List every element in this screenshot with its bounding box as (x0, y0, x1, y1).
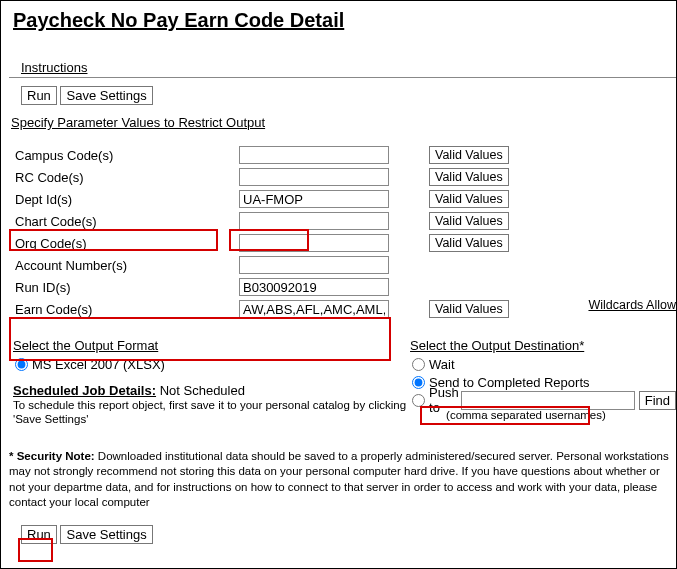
radio-xlsx[interactable] (15, 358, 28, 371)
valid-values-earn[interactable]: Valid Values (429, 300, 509, 318)
radio-push[interactable] (412, 394, 425, 407)
radio-send[interactable] (412, 376, 425, 389)
security-note-bold: * Security Note: (9, 450, 95, 462)
label-earn-code: Earn Code(s) (9, 302, 239, 317)
push-note: (comma separated usernames) (446, 409, 676, 421)
security-note-text: Downloaded institutional data should be … (9, 450, 669, 509)
input-account-number[interactable] (239, 256, 389, 274)
input-campus-code[interactable] (239, 146, 389, 164)
label-campus-code: Campus Code(s) (9, 148, 239, 163)
label-org-code: Org Code(s) (9, 236, 239, 251)
input-earn-code[interactable] (239, 300, 389, 318)
scheduled-value: Not Scheduled (160, 383, 245, 398)
radio-wait[interactable] (412, 358, 425, 371)
run-button-top[interactable]: Run (21, 86, 57, 105)
input-push-to[interactable] (461, 391, 635, 410)
scheduled-heading: Scheduled Job Details: (13, 383, 156, 398)
specify-heading: Specify Parameter Values to Restrict Out… (11, 115, 676, 130)
input-rc-code[interactable] (239, 168, 389, 186)
run-button-bottom[interactable]: Run (21, 525, 57, 544)
valid-values-campus[interactable]: Valid Values (429, 146, 509, 164)
output-format-heading: Select the Output Format (13, 338, 410, 353)
input-org-code[interactable] (239, 234, 389, 252)
scheduled-desc: To schedule this report object, first sa… (13, 398, 410, 427)
instructions-link[interactable]: Instructions (21, 60, 676, 75)
valid-values-chart[interactable]: Valid Values (429, 212, 509, 230)
save-settings-button-top[interactable]: Save Settings (60, 86, 152, 105)
label-chart-code: Chart Code(s) (9, 214, 239, 229)
divider (9, 77, 676, 78)
radio-wait-label: Wait (429, 357, 455, 372)
radio-xlsx-label: MS Excel 2007 (XLSX) (32, 357, 165, 372)
save-settings-button-bottom[interactable]: Save Settings (60, 525, 152, 544)
label-account-number: Account Number(s) (9, 258, 239, 273)
valid-values-org[interactable]: Valid Values (429, 234, 509, 252)
label-rc-code: RC Code(s) (9, 170, 239, 185)
find-button[interactable]: Find (639, 391, 676, 410)
label-dept-id: Dept Id(s) (9, 192, 239, 207)
valid-values-rc[interactable]: Valid Values (429, 168, 509, 186)
security-note: * Security Note: Downloaded institutiona… (9, 449, 676, 511)
input-run-id[interactable] (239, 278, 389, 296)
input-chart-code[interactable] (239, 212, 389, 230)
input-dept-id[interactable] (239, 190, 389, 208)
output-destination-heading: Select the Output Destination* (410, 338, 676, 353)
valid-values-dept[interactable]: Valid Values (429, 190, 509, 208)
wildcards-link[interactable]: Wildcards Allow (588, 298, 676, 312)
page-title: Paycheck No Pay Earn Code Detail (13, 9, 676, 32)
label-run-id: Run ID(s) (9, 280, 239, 295)
